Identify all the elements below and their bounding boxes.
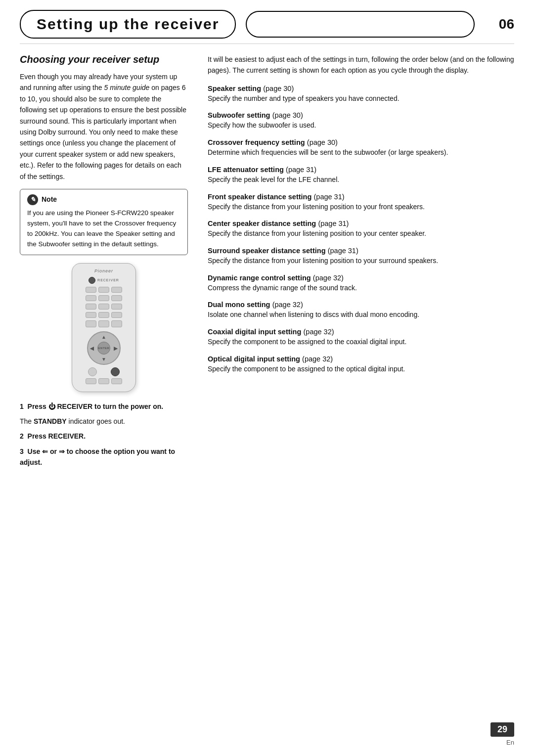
note-text: If you are using the Pioneer S-FCRW220 s… [27, 209, 176, 248]
remote-nav-left-arrow: ◀ [90, 345, 94, 351]
remote-btn-14 [98, 320, 109, 327]
remote-btn-16 [86, 378, 96, 384]
remote-btn-11 [98, 312, 109, 318]
setting-crossover: Crossover frequency setting (page 30) De… [208, 138, 514, 158]
remote-btn-6 [111, 295, 122, 301]
intro-italic: 5 minute guide [104, 84, 149, 91]
remote-nav-pad: ▲ ▼ ◀ ▶ ENTER [87, 331, 121, 365]
right-column: It will be easiest to adjust each of the… [203, 54, 514, 472]
standby-label: STANDBY [34, 417, 67, 425]
remote-row-6 [86, 378, 122, 384]
setting-subwoofer-desc: Specify how the subwoofer is used. [208, 120, 514, 131]
setting-front-dist-desc: Specify the distance from your listening… [208, 202, 514, 213]
step-3-num: 3 [20, 447, 24, 455]
remote-btn-18 [111, 378, 122, 384]
remote-receiver-row: RECEIVER [89, 277, 119, 284]
setting-optical: Optical digital input setting (page 32) … [208, 355, 514, 375]
step-3: 3 Use ⇐ or ⇒ to choose the option you wa… [20, 446, 188, 468]
title-box: Setting up the receiver [20, 10, 236, 39]
setting-center-dist-title: Center speaker distance setting [208, 220, 316, 227]
setting-lfe-page: (page 31) [286, 166, 316, 174]
setting-dynamic-range-desc: Compress the dynamic range of the sound … [208, 283, 514, 294]
page-container: Setting up the receiver 06 Choosing your… [0, 0, 534, 756]
setting-dynamic-range: Dynamic range control setting (page 32) … [208, 273, 514, 294]
page-header: Setting up the receiver 06 [0, 0, 534, 44]
setting-speaker-title: Speaker setting [208, 85, 261, 92]
note-box: ✎ Note If you are using the Pioneer S-FC… [20, 189, 188, 255]
intro-paragraph: Even though you may already have your sy… [20, 71, 188, 182]
remote-nav-right-arrow: ▶ [114, 345, 118, 351]
setting-crossover-page: (page 30) [307, 138, 338, 146]
setting-crossover-desc: Determine which frequencies will be sent… [208, 147, 514, 158]
remote-btn-13 [86, 320, 96, 327]
remote-btn-5 [98, 295, 109, 301]
remote-control: Pioneer RECEIVER [72, 263, 136, 392]
setting-dual-mono-desc: Isolate one channel when listening to di… [208, 310, 514, 320]
main-content: Choosing your receiver setup Even though… [0, 44, 534, 492]
remote-side-btn-left [88, 367, 97, 376]
step-1-num: 1 [20, 402, 24, 410]
step-2-num: 2 [20, 432, 24, 440]
setting-dual-mono-title-row: Dual mono setting (page 32) [208, 300, 514, 309]
remote-row-4 [86, 312, 122, 318]
setting-speaker-page: (page 30) [263, 85, 294, 92]
note-header: ✎ Note [27, 194, 180, 205]
step-2-text: Press RECEIVER. [28, 432, 86, 440]
setting-subwoofer: Subwoofer setting (page 30) Specify how … [208, 111, 514, 131]
remote-row-3 [86, 304, 122, 310]
step-3-text: Use ⇐ or ⇒ to choose the option you want… [20, 447, 175, 466]
setting-coaxial: Coaxial digital input setting (page 32) … [208, 327, 514, 348]
setting-dual-mono-title: Dual mono setting [208, 301, 270, 309]
setting-front-dist-title: Front speaker distance setting [208, 193, 312, 201]
setting-coaxial-page: (page 32) [304, 328, 334, 336]
setting-surround-dist: Surround speaker distance setting (page … [208, 246, 514, 267]
setting-optical-title-row: Optical digital input setting (page 32) [208, 355, 514, 363]
remote-nav-down-arrow: ▼ [101, 356, 106, 362]
setting-speaker: Speaker setting (page 30) Specify the nu… [208, 84, 514, 104]
setting-crossover-title-row: Crossover frequency setting (page 30) [208, 138, 514, 146]
remote-btn-10 [86, 312, 96, 318]
setting-crossover-title: Crossover frequency setting [208, 138, 305, 146]
remote-btn-3 [111, 287, 122, 293]
remote-btn-15 [111, 320, 122, 327]
step-2: 2 Press RECEIVER. [20, 431, 188, 442]
setting-front-dist-title-row: Front speaker distance setting (page 31) [208, 192, 514, 201]
setting-speaker-title-row: Speaker setting (page 30) [208, 84, 514, 92]
step-1-detail: The STANDBY indicator goes out. [20, 416, 188, 427]
remote-side-btn-right [111, 367, 120, 376]
note-label: Note [42, 194, 57, 205]
remote-power-button [89, 277, 95, 284]
page-number: 29 [490, 722, 514, 737]
remote-btn-17 [98, 378, 109, 384]
setting-dynamic-range-title: Dynamic range control setting [208, 274, 311, 282]
remote-btn-9 [111, 304, 122, 310]
language-label: En [506, 739, 514, 746]
remote-nav-up-arrow: ▲ [101, 334, 106, 340]
remote-btn-4 [86, 295, 96, 301]
setting-center-dist-page: (page 31) [318, 220, 349, 227]
setting-optical-title: Optical digital input setting [208, 355, 300, 363]
setting-lfe-title: LFE attenuator setting [208, 166, 284, 174]
setting-lfe-title-row: LFE attenuator setting (page 31) [208, 165, 514, 174]
setting-center-dist-desc: Specify the distance from your listening… [208, 228, 514, 239]
setting-front-dist-page: (page 31) [313, 193, 344, 201]
remote-illustration: Pioneer RECEIVER [20, 263, 188, 392]
remote-row-5 [86, 320, 122, 327]
setting-optical-page: (page 32) [302, 355, 333, 363]
setting-surround-dist-title-row: Surround speaker distance setting (page … [208, 246, 514, 255]
setting-coaxial-title-row: Coaxial digital input setting (page 32) [208, 327, 514, 336]
setting-speaker-desc: Specify the number and type of speakers … [208, 93, 514, 104]
remote-row-2 [86, 295, 122, 301]
steps-section: 1 Press ⏻ RECEIVER to turn the power on.… [20, 401, 188, 468]
page-title: Setting up the receiver [37, 16, 219, 32]
note-icon: ✎ [27, 194, 38, 205]
remote-btn-1 [86, 287, 96, 293]
setting-lfe-desc: Specify the peak level for the LFE chann… [208, 175, 514, 185]
setting-coaxial-desc: Specify the component to be assigned to … [208, 337, 514, 348]
setting-subwoofer-title-row: Subwoofer setting (page 30) [208, 111, 514, 119]
setting-center-dist: Center speaker distance setting (page 31… [208, 219, 514, 239]
left-column: Choosing your receiver setup Even though… [20, 54, 203, 472]
remote-side-buttons [88, 367, 120, 376]
setting-surround-dist-desc: Specify the distance from your listening… [208, 256, 514, 267]
section-heading: Choosing your receiver setup [20, 54, 188, 65]
